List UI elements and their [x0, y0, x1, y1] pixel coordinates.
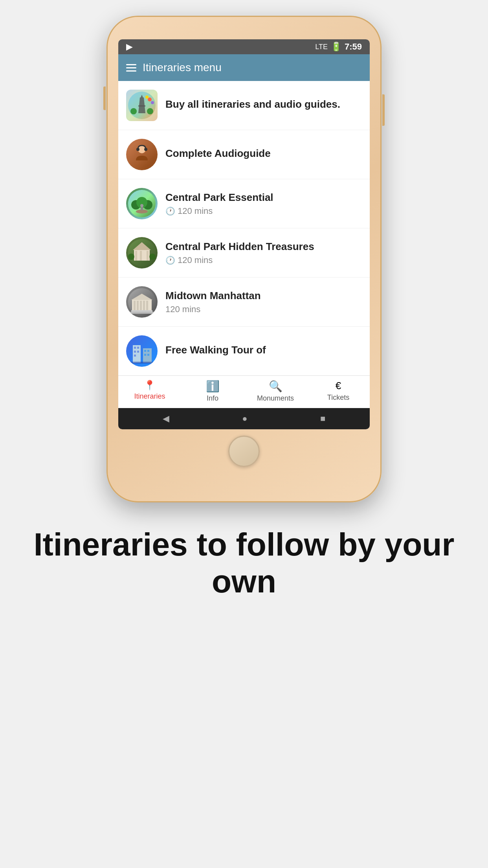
thumb-icon — [126, 188, 158, 219]
hamburger-menu-icon[interactable] — [126, 64, 136, 72]
item-content: Free Walking Tour of — [165, 344, 362, 359]
item-content: Central Park Essential 🕐 120 mins — [165, 191, 362, 216]
svg-point-27 — [149, 254, 156, 260]
item-duration: 120 mins — [178, 206, 213, 216]
phone-screen: ▶ LTE 🔋 7:59 Itineraries menu — [118, 39, 370, 429]
back-button[interactable]: ◀ — [163, 414, 169, 424]
nav-item-itineraries[interactable]: 📍 Itineraries — [118, 380, 181, 403]
android-nav-bar: ◀ ● ■ — [118, 408, 370, 429]
nav-label-tickets: Tickets — [327, 394, 349, 402]
svg-rect-23 — [135, 251, 137, 261]
app-header: Itineraries menu — [118, 54, 370, 81]
svg-rect-33 — [143, 301, 145, 311]
item-duration: 120 mins — [165, 304, 200, 314]
play-icon: ▶ — [126, 42, 133, 52]
item-content: Midtown Manhattan 120 mins — [165, 289, 362, 314]
item-meta: 120 mins — [165, 304, 362, 314]
caption-text: Itineraries to follow by your own — [31, 526, 457, 600]
thumb-icon — [126, 139, 158, 170]
svg-rect-48 — [144, 354, 146, 356]
clock-icon: 🕐 — [165, 206, 175, 216]
svg-rect-49 — [147, 354, 149, 356]
page-title: Itineraries menu — [143, 61, 222, 74]
svg-rect-37 — [130, 312, 154, 314]
svg-point-8 — [151, 101, 154, 104]
item-content: Central Park Hidden Treasures 🕐 120 mins — [165, 240, 362, 265]
item-meta: 🕐 120 mins — [165, 255, 362, 265]
svg-rect-2 — [138, 105, 145, 107]
home-button[interactable] — [228, 436, 260, 467]
item-title: Midtown Manhattan — [165, 289, 362, 303]
item-title: Complete Audioguide — [165, 147, 362, 160]
nav-item-info[interactable]: ℹ️ Info — [181, 380, 244, 403]
list-item[interactable]: Central Park Essential 🕐 120 mins — [118, 179, 370, 228]
time-display: 7:59 — [345, 42, 362, 52]
item-thumbnail — [126, 139, 158, 170]
svg-rect-45 — [134, 355, 136, 357]
euro-icon: € — [336, 380, 341, 392]
thumb-icon — [126, 335, 158, 367]
svg-point-5 — [147, 108, 153, 114]
svg-rect-42 — [137, 347, 139, 349]
item-thumbnail — [126, 286, 158, 318]
svg-rect-43 — [134, 351, 136, 353]
menu-list: Buy all itineraries and audio guides. — [118, 81, 370, 375]
item-title: Free Walking Tour of — [165, 344, 362, 357]
item-meta: 🕐 120 mins — [165, 206, 362, 216]
recents-button[interactable]: ■ — [320, 414, 325, 424]
nav-label-monuments: Monuments — [257, 394, 294, 403]
item-thumbnail — [126, 237, 158, 268]
svg-point-26 — [128, 254, 134, 260]
item-thumbnail — [126, 90, 158, 121]
list-item[interactable]: Midtown Manhattan 120 mins — [118, 278, 370, 327]
svg-rect-32 — [140, 301, 142, 311]
item-title: Buy all itineraries and audio guides. — [165, 98, 362, 111]
battery-icon: 🔋 — [331, 42, 341, 52]
list-item[interactable]: Central Park Hidden Treasures 🕐 120 mins — [118, 228, 370, 278]
thumb-icon — [126, 286, 158, 318]
status-bar-left: ▶ — [126, 42, 133, 52]
search-icon: 🔍 — [269, 380, 283, 393]
svg-rect-47 — [147, 350, 149, 352]
item-thumbnail — [126, 335, 158, 367]
svg-point-7 — [145, 96, 149, 99]
svg-rect-31 — [137, 301, 139, 311]
item-thumbnail — [126, 188, 158, 219]
list-item[interactable]: Complete Audioguide — [118, 130, 370, 179]
svg-rect-50 — [130, 362, 154, 364]
svg-rect-34 — [146, 301, 148, 311]
list-item[interactable]: Buy all itineraries and audio guides. — [118, 81, 370, 130]
item-title: Central Park Hidden Treasures — [165, 240, 362, 254]
svg-rect-41 — [134, 347, 136, 349]
home-button-soft[interactable]: ● — [242, 414, 247, 424]
nav-label-itineraries: Itineraries — [134, 392, 165, 401]
status-bar: ▶ LTE 🔋 7:59 — [118, 39, 370, 54]
svg-rect-30 — [134, 301, 136, 311]
thumb-icon — [126, 237, 158, 268]
signal-icon: LTE — [315, 43, 328, 51]
svg-point-12 — [144, 148, 147, 151]
phone-shell: ▶ LTE 🔋 7:59 Itineraries menu — [106, 16, 382, 502]
item-title: Central Park Essential — [165, 191, 362, 204]
item-duration: 120 mins — [178, 255, 213, 265]
svg-rect-44 — [137, 351, 139, 353]
item-content: Complete Audioguide — [165, 147, 362, 162]
svg-point-4 — [130, 108, 137, 114]
caption-section: Itineraries to follow by your own — [0, 526, 488, 632]
location-icon: 📍 — [144, 380, 156, 391]
home-button-area — [118, 436, 370, 467]
status-bar-right: LTE 🔋 7:59 — [315, 42, 362, 52]
svg-point-6 — [148, 97, 152, 101]
nav-label-info: Info — [207, 394, 218, 403]
svg-rect-46 — [144, 350, 146, 352]
bottom-navigation: 📍 Itineraries ℹ️ Info 🔍 Monuments € Tick… — [118, 375, 370, 408]
thumb-icon — [126, 90, 158, 121]
nav-item-monuments[interactable]: 🔍 Monuments — [244, 380, 307, 403]
nav-item-tickets[interactable]: € Tickets — [307, 380, 370, 403]
item-content: Buy all itineraries and audio guides. — [165, 98, 362, 113]
list-item[interactable]: Free Walking Tour of — [118, 327, 370, 375]
svg-rect-24 — [147, 251, 149, 261]
info-icon: ℹ️ — [206, 380, 220, 393]
svg-point-11 — [136, 148, 139, 151]
svg-rect-25 — [140, 251, 142, 261]
